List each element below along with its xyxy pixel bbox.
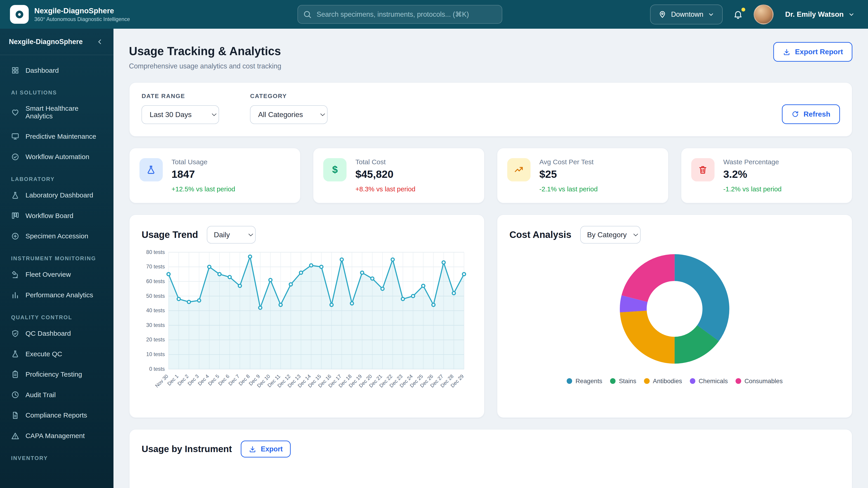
usage-by-instrument-title: Usage by Instrument (142, 444, 232, 454)
legend-label: Antibodies (653, 378, 682, 385)
clock-icon (11, 391, 20, 399)
svg-text:Dec 4: Dec 4 (197, 373, 210, 387)
search-input[interactable] (298, 5, 502, 24)
category-label: CATEGORY (250, 93, 328, 100)
check-circle-icon (11, 153, 20, 161)
nav-label: Predictive Maintenance (26, 133, 96, 140)
stat-delta: -1.2% vs last period (723, 185, 782, 193)
sidebar: Nexgile-DiagnoSphere Dashboard AI SOLUTI… (0, 29, 114, 488)
microscope-icon (11, 270, 20, 279)
charts-row: Usage Trend Daily 0 tests10 tests20 test… (129, 215, 852, 418)
nav-label: CAPA Management (26, 432, 85, 440)
nav-label: Audit Trail (26, 391, 56, 399)
location-selector[interactable]: Downtown (650, 4, 723, 24)
page-title: Usage Tracking & Analytics (129, 44, 281, 58)
chevron-down-icon (848, 11, 855, 18)
legend-item-chemicals[interactable]: Chemicals (690, 378, 728, 385)
alert-triangle-icon (11, 432, 20, 440)
svg-text:Dec 7: Dec 7 (227, 373, 241, 387)
shield-check-icon (11, 329, 20, 338)
svg-text:Dec 8: Dec 8 (238, 373, 251, 387)
cost-analysis-card: Cost Analysis By Category ReagentsStains… (497, 215, 852, 418)
legend-item-antibodies[interactable]: Antibodies (644, 378, 682, 385)
refresh-button[interactable]: Refresh (782, 104, 840, 124)
nav-label: Workflow Board (26, 212, 73, 220)
app-name: Nexgile-DiagnoSphere (34, 6, 130, 15)
sidebar-item-workflow-board[interactable]: Workflow Board (6, 206, 107, 225)
stat-delta: +8.3% vs last period (355, 185, 415, 193)
legend-item-stains[interactable]: Stains (610, 378, 636, 385)
stat-card-total-usage: Total Usage 1847 +12.5% vs last period (129, 148, 301, 203)
notification-dot (741, 8, 745, 11)
stat-label: Total Cost (355, 158, 415, 166)
usage-trend-interval-select[interactable]: Daily (207, 226, 256, 243)
cost-analysis-mode-select[interactable]: By Category (580, 226, 641, 243)
location-pin-icon (658, 10, 666, 19)
notifications-button[interactable] (731, 7, 745, 22)
trash-icon (691, 158, 715, 182)
sidebar-item-fleet-overview[interactable]: Fleet Overview (6, 265, 107, 285)
sidebar-item-dashboard[interactable]: Dashboard (6, 61, 107, 80)
stat-delta: +12.5% vs last period (172, 185, 235, 193)
trending-up-icon (507, 158, 530, 182)
nav-label: Fleet Overview (26, 271, 71, 278)
stat-value: 1847 (172, 168, 235, 180)
svg-text:50 tests: 50 tests (146, 293, 165, 299)
category-select[interactable]: All Categories (250, 105, 328, 124)
legend-dot (610, 378, 616, 384)
topbar: Nexgile-DiagnoSphere 360° Autonomous Dia… (0, 0, 868, 29)
sidebar-item-qc-dashboard[interactable]: QC Dashboard (6, 324, 107, 343)
user-menu[interactable]: Dr. Emily Watson (782, 10, 858, 19)
svg-text:Dec 2: Dec 2 (177, 373, 190, 387)
download-icon (249, 445, 256, 453)
usage-trend-chart: 0 tests10 tests20 tests30 tests40 tests5… (142, 247, 472, 406)
nav-label: Laboratory Dashboard (26, 191, 93, 199)
avatar[interactable] (754, 4, 774, 24)
stat-card-waste-percentage: Waste Percentage 3.2% -1.2% vs last peri… (681, 148, 852, 203)
stats-row: Total Usage 1847 +12.5% vs last period $… (129, 148, 852, 203)
dollar-icon: $ (323, 158, 346, 182)
bell-icon (733, 9, 743, 20)
legend-label: Chemicals (699, 378, 728, 385)
sidebar-item-execute-qc[interactable]: Execute QC (6, 344, 107, 364)
sidebar-item-performance-analytics[interactable]: Performance Analytics (6, 285, 107, 305)
heart-icon (11, 108, 20, 117)
kanban-icon (11, 212, 20, 220)
nav-label: Workflow Automation (26, 153, 89, 161)
refresh-icon (792, 110, 799, 118)
sidebar-item-audit-trail[interactable]: Audit Trail (6, 385, 107, 404)
chevron-down-icon (708, 11, 714, 18)
search-icon (303, 10, 312, 19)
stat-value: $25 (539, 168, 598, 180)
chevron-left-icon (96, 38, 103, 45)
export-instrument-button[interactable]: Export (241, 441, 290, 457)
sidebar-item-smart-healthcare-analytics[interactable]: Smart Healthcare Analytics (6, 99, 107, 126)
sidebar-item-workflow-automation[interactable]: Workflow Automation (6, 147, 107, 166)
clipboard-icon (11, 370, 20, 379)
sidebar-section-quality-control: QUALITY CONTROL (6, 306, 107, 324)
legend-dot (736, 378, 741, 384)
nav-label: Specimen Accession (26, 232, 88, 240)
sidebar-item-predictive-maintenance[interactable]: Predictive Maintenance (6, 127, 107, 146)
sidebar-title: Nexgile-DiagnoSphere (9, 38, 83, 46)
date-range-select[interactable]: Last 30 Days (142, 105, 219, 124)
nav-label: Dashboard (26, 67, 59, 74)
legend-item-consumables[interactable]: Consumables (736, 378, 782, 385)
sidebar-item-specimen-accession[interactable]: Specimen Accession (6, 227, 107, 246)
legend-item-reagents[interactable]: Reagents (567, 378, 602, 385)
legend-label: Reagents (576, 378, 602, 385)
file-text-icon (11, 411, 20, 420)
sidebar-collapse-button[interactable] (95, 37, 105, 46)
nav-label: Smart Healthcare Analytics (26, 105, 102, 120)
download-icon (783, 48, 790, 56)
svg-text:Nov 30: Nov 30 (154, 373, 169, 389)
sidebar-item-capa-management[interactable]: CAPA Management (6, 426, 107, 446)
export-report-button[interactable]: Export Report (773, 42, 852, 62)
sidebar-item-laboratory-dashboard[interactable]: Laboratory Dashboard (6, 186, 107, 205)
flask-icon (11, 350, 20, 358)
sidebar-section-inventory: INVENTORY (6, 447, 107, 464)
app-logo-icon (10, 5, 29, 24)
sidebar-item-proficiency-testing[interactable]: Proficiency Testing (6, 365, 107, 384)
nav-label: Performance Analytics (26, 291, 93, 299)
sidebar-item-compliance-reports[interactable]: Compliance Reports (6, 406, 107, 425)
